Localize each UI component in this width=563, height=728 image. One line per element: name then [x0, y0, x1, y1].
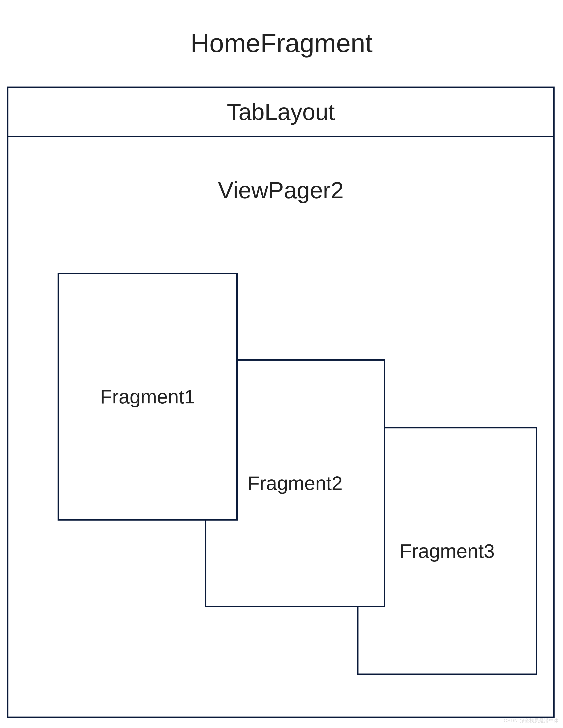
homefragment-container: TabLayout ViewPager2 Fragment1 Fragment2…: [7, 87, 555, 718]
fragment3-label: Fragment3: [400, 540, 495, 562]
page-title: HomeFragment: [0, 28, 563, 58]
tablayout-bar: TabLayout: [8, 88, 553, 137]
tablayout-label: TabLayout: [227, 98, 335, 125]
viewpager-label: ViewPager2: [8, 177, 553, 204]
fragment2-label: Fragment2: [247, 472, 343, 495]
watermark-text: CSDN @全栈员是潜中体: [504, 717, 559, 724]
fragment1-box: Fragment1: [58, 273, 238, 521]
fragment1-label: Fragment1: [100, 385, 195, 408]
